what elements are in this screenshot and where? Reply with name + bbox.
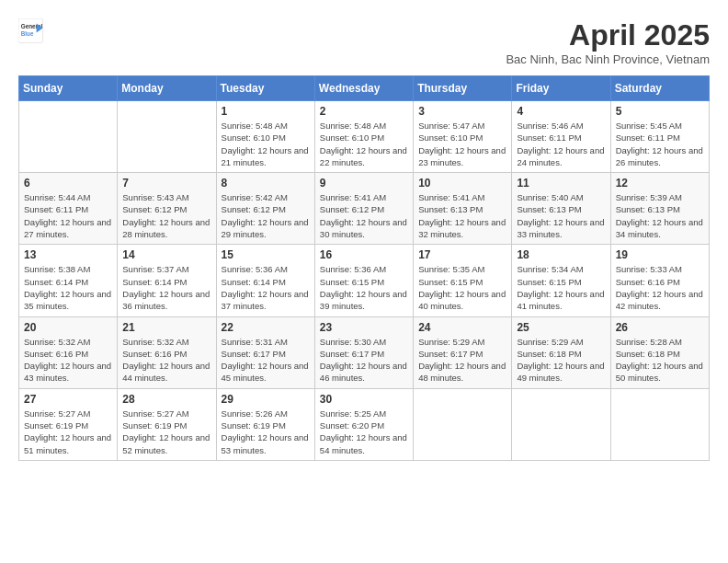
calendar-cell: 14Sunrise: 5:37 AM Sunset: 6:14 PM Dayli… bbox=[118, 245, 216, 316]
day-info: Sunrise: 5:36 AM Sunset: 6:15 PM Dayligh… bbox=[320, 263, 408, 312]
calendar-cell: 15Sunrise: 5:36 AM Sunset: 6:14 PM Dayli… bbox=[216, 245, 314, 316]
calendar-cell: 3Sunrise: 5:47 AM Sunset: 6:10 PM Daylig… bbox=[414, 101, 512, 173]
day-number: 6 bbox=[24, 177, 112, 190]
day-number: 9 bbox=[320, 177, 408, 190]
day-info: Sunrise: 5:41 AM Sunset: 6:13 PM Dayligh… bbox=[418, 191, 506, 240]
weekday-header-saturday: Saturday bbox=[610, 76, 709, 101]
calendar-cell bbox=[512, 388, 610, 460]
weekday-header-row: SundayMondayTuesdayWednesdayThursdayFrid… bbox=[19, 76, 710, 101]
day-number: 1 bbox=[222, 105, 310, 118]
day-number: 5 bbox=[616, 105, 704, 118]
day-number: 20 bbox=[24, 321, 112, 334]
week-row-2: 6Sunrise: 5:44 AM Sunset: 6:11 PM Daylig… bbox=[19, 173, 710, 245]
day-number: 22 bbox=[222, 321, 310, 334]
calendar-cell: 17Sunrise: 5:35 AM Sunset: 6:15 PM Dayli… bbox=[414, 245, 512, 316]
day-number: 12 bbox=[616, 177, 704, 190]
calendar-cell: 9Sunrise: 5:41 AM Sunset: 6:12 PM Daylig… bbox=[314, 173, 413, 245]
header: General Blue April 2025 Bac Ninh, Bac Ni… bbox=[18, 18, 710, 66]
calendar-cell: 7Sunrise: 5:43 AM Sunset: 6:12 PM Daylig… bbox=[118, 173, 216, 245]
day-info: Sunrise: 5:43 AM Sunset: 6:12 PM Dayligh… bbox=[122, 191, 210, 240]
calendar-cell: 1Sunrise: 5:48 AM Sunset: 6:10 PM Daylig… bbox=[216, 101, 314, 173]
day-number: 18 bbox=[517, 248, 605, 261]
day-number: 8 bbox=[222, 177, 310, 190]
weekday-header-monday: Monday bbox=[118, 76, 216, 101]
day-number: 29 bbox=[222, 393, 310, 406]
day-info: Sunrise: 5:45 AM Sunset: 6:11 PM Dayligh… bbox=[616, 120, 704, 168]
day-info: Sunrise: 5:34 AM Sunset: 6:15 PM Dayligh… bbox=[517, 263, 605, 312]
day-info: Sunrise: 5:41 AM Sunset: 6:12 PM Dayligh… bbox=[320, 191, 408, 240]
location-subtitle: Bac Ninh, Bac Ninh Province, Vietnam bbox=[506, 52, 710, 66]
calendar-cell: 11Sunrise: 5:40 AM Sunset: 6:13 PM Dayli… bbox=[512, 173, 610, 245]
day-number: 23 bbox=[320, 321, 408, 334]
week-row-4: 20Sunrise: 5:32 AM Sunset: 6:16 PM Dayli… bbox=[19, 316, 710, 388]
day-info: Sunrise: 5:30 AM Sunset: 6:17 PM Dayligh… bbox=[320, 336, 408, 385]
day-number: 7 bbox=[122, 177, 210, 190]
day-number: 10 bbox=[418, 177, 506, 190]
calendar-cell: 10Sunrise: 5:41 AM Sunset: 6:13 PM Dayli… bbox=[414, 173, 512, 245]
day-info: Sunrise: 5:48 AM Sunset: 6:10 PM Dayligh… bbox=[320, 120, 408, 168]
day-number: 28 bbox=[122, 393, 210, 406]
weekday-header-friday: Friday bbox=[512, 76, 610, 101]
logo-icon: General Blue bbox=[18, 18, 44, 44]
calendar-cell bbox=[19, 101, 118, 173]
weekday-header-tuesday: Tuesday bbox=[216, 76, 314, 101]
calendar-cell: 23Sunrise: 5:30 AM Sunset: 6:17 PM Dayli… bbox=[314, 316, 413, 388]
day-info: Sunrise: 5:29 AM Sunset: 6:17 PM Dayligh… bbox=[418, 336, 506, 385]
day-number: 21 bbox=[122, 321, 210, 334]
day-number: 17 bbox=[418, 248, 506, 261]
day-number: 15 bbox=[222, 248, 310, 261]
calendar-cell: 22Sunrise: 5:31 AM Sunset: 6:17 PM Dayli… bbox=[216, 316, 314, 388]
title-area: April 2025 Bac Ninh, Bac Ninh Province, … bbox=[506, 18, 710, 66]
week-row-3: 13Sunrise: 5:38 AM Sunset: 6:14 PM Dayli… bbox=[19, 245, 710, 316]
day-info: Sunrise: 5:33 AM Sunset: 6:16 PM Dayligh… bbox=[616, 263, 704, 312]
calendar-cell bbox=[414, 388, 512, 460]
calendar-cell: 13Sunrise: 5:38 AM Sunset: 6:14 PM Dayli… bbox=[19, 245, 118, 316]
day-number: 2 bbox=[320, 105, 408, 118]
day-info: Sunrise: 5:46 AM Sunset: 6:11 PM Dayligh… bbox=[517, 120, 605, 168]
day-number: 14 bbox=[122, 248, 210, 261]
calendar-cell: 25Sunrise: 5:29 AM Sunset: 6:18 PM Dayli… bbox=[512, 316, 610, 388]
day-info: Sunrise: 5:39 AM Sunset: 6:13 PM Dayligh… bbox=[616, 191, 704, 240]
weekday-header-thursday: Thursday bbox=[414, 76, 512, 101]
calendar-cell: 2Sunrise: 5:48 AM Sunset: 6:10 PM Daylig… bbox=[314, 101, 413, 173]
day-info: Sunrise: 5:28 AM Sunset: 6:18 PM Dayligh… bbox=[616, 336, 704, 385]
day-info: Sunrise: 5:29 AM Sunset: 6:18 PM Dayligh… bbox=[517, 336, 605, 385]
day-info: Sunrise: 5:31 AM Sunset: 6:17 PM Dayligh… bbox=[222, 336, 310, 385]
day-info: Sunrise: 5:36 AM Sunset: 6:14 PM Dayligh… bbox=[222, 263, 310, 312]
calendar-cell: 18Sunrise: 5:34 AM Sunset: 6:15 PM Dayli… bbox=[512, 245, 610, 316]
calendar-cell: 6Sunrise: 5:44 AM Sunset: 6:11 PM Daylig… bbox=[19, 173, 118, 245]
day-info: Sunrise: 5:38 AM Sunset: 6:14 PM Dayligh… bbox=[24, 263, 112, 312]
calendar-table: SundayMondayTuesdayWednesdayThursdayFrid… bbox=[18, 75, 710, 461]
day-info: Sunrise: 5:27 AM Sunset: 6:19 PM Dayligh… bbox=[24, 408, 112, 456]
day-info: Sunrise: 5:25 AM Sunset: 6:20 PM Dayligh… bbox=[320, 408, 408, 456]
calendar-cell bbox=[118, 101, 216, 173]
week-row-1: 1Sunrise: 5:48 AM Sunset: 6:10 PM Daylig… bbox=[19, 101, 710, 173]
day-number: 16 bbox=[320, 248, 408, 261]
day-info: Sunrise: 5:27 AM Sunset: 6:19 PM Dayligh… bbox=[122, 408, 210, 456]
calendar-cell: 19Sunrise: 5:33 AM Sunset: 6:16 PM Dayli… bbox=[610, 245, 709, 316]
calendar-cell: 28Sunrise: 5:27 AM Sunset: 6:19 PM Dayli… bbox=[118, 388, 216, 460]
calendar-cell: 24Sunrise: 5:29 AM Sunset: 6:17 PM Dayli… bbox=[414, 316, 512, 388]
weekday-header-wednesday: Wednesday bbox=[314, 76, 413, 101]
day-number: 26 bbox=[616, 321, 704, 334]
week-row-5: 27Sunrise: 5:27 AM Sunset: 6:19 PM Dayli… bbox=[19, 388, 710, 460]
svg-text:Blue: Blue bbox=[21, 30, 34, 37]
day-number: 19 bbox=[616, 248, 704, 261]
calendar-cell: 21Sunrise: 5:32 AM Sunset: 6:16 PM Dayli… bbox=[118, 316, 216, 388]
day-number: 25 bbox=[517, 321, 605, 334]
calendar-cell: 5Sunrise: 5:45 AM Sunset: 6:11 PM Daylig… bbox=[610, 101, 709, 173]
calendar-cell: 12Sunrise: 5:39 AM Sunset: 6:13 PM Dayli… bbox=[610, 173, 709, 245]
calendar-cell: 16Sunrise: 5:36 AM Sunset: 6:15 PM Dayli… bbox=[314, 245, 413, 316]
calendar-cell: 4Sunrise: 5:46 AM Sunset: 6:11 PM Daylig… bbox=[512, 101, 610, 173]
day-info: Sunrise: 5:32 AM Sunset: 6:16 PM Dayligh… bbox=[24, 336, 112, 385]
day-number: 4 bbox=[517, 105, 605, 118]
day-number: 24 bbox=[418, 321, 506, 334]
calendar-cell: 30Sunrise: 5:25 AM Sunset: 6:20 PM Dayli… bbox=[314, 388, 413, 460]
calendar-cell: 20Sunrise: 5:32 AM Sunset: 6:16 PM Dayli… bbox=[19, 316, 118, 388]
calendar-cell: 29Sunrise: 5:26 AM Sunset: 6:19 PM Dayli… bbox=[216, 388, 314, 460]
day-info: Sunrise: 5:44 AM Sunset: 6:11 PM Dayligh… bbox=[24, 191, 112, 240]
day-info: Sunrise: 5:47 AM Sunset: 6:10 PM Dayligh… bbox=[418, 120, 506, 168]
day-info: Sunrise: 5:26 AM Sunset: 6:19 PM Dayligh… bbox=[222, 408, 310, 456]
calendar-cell: 8Sunrise: 5:42 AM Sunset: 6:12 PM Daylig… bbox=[216, 173, 314, 245]
day-info: Sunrise: 5:42 AM Sunset: 6:12 PM Dayligh… bbox=[222, 191, 310, 240]
